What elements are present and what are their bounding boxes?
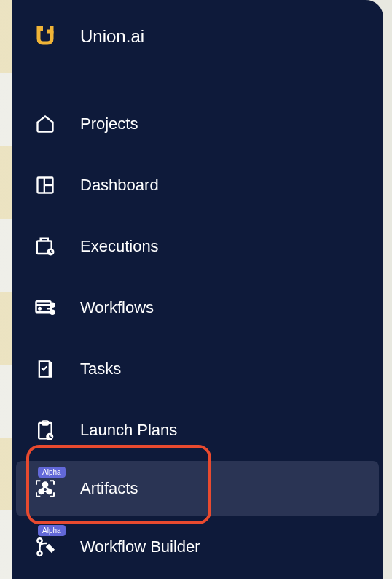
nav-label: Artifacts xyxy=(80,479,138,498)
nav-label: Workflow Builder xyxy=(80,537,200,556)
alpha-badge: Alpha xyxy=(38,467,66,478)
tasks-icon xyxy=(32,356,58,382)
svg-point-17 xyxy=(37,551,42,556)
page-background-strip xyxy=(0,0,12,579)
executions-icon xyxy=(32,233,58,260)
sidebar-item-executions[interactable]: Executions xyxy=(12,216,383,277)
nav-label: Projects xyxy=(80,114,138,133)
workflows-icon xyxy=(32,295,58,321)
home-icon xyxy=(32,111,58,137)
svg-point-13 xyxy=(43,482,48,487)
sidebar-item-artifacts[interactable]: Alpha Artifacts xyxy=(16,461,379,516)
svg-point-16 xyxy=(37,538,42,543)
nav-label: Dashboard xyxy=(80,176,159,195)
brand[interactable]: Union.ai xyxy=(12,23,383,50)
launch-plans-icon xyxy=(32,417,58,443)
sidebar-item-workflows[interactable]: Workflows xyxy=(12,277,383,338)
brand-label: Union.ai xyxy=(80,26,144,47)
artifacts-icon: Alpha xyxy=(32,475,58,502)
nav-label: Launch Plans xyxy=(80,421,177,440)
workflow-builder-icon: Alpha xyxy=(32,534,58,560)
nav-label: Workflows xyxy=(80,298,154,317)
svg-rect-5 xyxy=(36,301,51,312)
sidebar: Union.ai Projects Dashboard xyxy=(12,0,383,579)
svg-point-7 xyxy=(39,308,41,310)
svg-point-15 xyxy=(47,489,52,494)
nav-label: Tasks xyxy=(80,360,121,378)
sidebar-item-projects[interactable]: Projects xyxy=(12,93,383,155)
nav-label: Executions xyxy=(80,237,159,256)
sidebar-item-tasks[interactable]: Tasks xyxy=(12,338,383,400)
sidebar-item-dashboard[interactable]: Dashboard xyxy=(12,155,383,216)
svg-point-14 xyxy=(39,489,44,494)
alpha-badge: Alpha xyxy=(38,525,66,536)
sidebar-item-launch-plans[interactable]: Launch Plans xyxy=(12,400,383,461)
union-logo-icon xyxy=(32,23,58,50)
sidebar-item-workflow-builder[interactable]: Alpha Workflow Builder xyxy=(12,516,383,578)
dashboard-icon xyxy=(32,172,58,198)
